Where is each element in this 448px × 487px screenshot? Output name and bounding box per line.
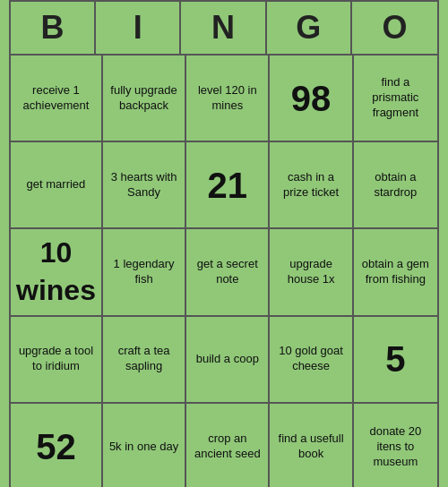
bingo-cell-20: 52 (11, 404, 103, 487)
bingo-letter-i: I (96, 2, 181, 54)
bingo-cell-22: crop an ancient seed (186, 404, 270, 487)
bingo-cell-23: find a usefull book (270, 404, 353, 487)
bingo-grid: receive 1 achievementfully upgrade backp… (11, 56, 437, 487)
bingo-cell-13: upgrade house 1x (270, 229, 353, 316)
bingo-header: BINGO (11, 2, 437, 56)
bingo-cell-8: cash in a prize ticket (270, 142, 353, 229)
bingo-cell-12: get a secret note (186, 229, 270, 316)
bingo-card: BINGO receive 1 achievementfully upgrade… (9, 0, 439, 487)
bingo-cell-3: 98 (270, 56, 353, 142)
bingo-cell-6: 3 hearts with Sandy (103, 142, 186, 229)
bingo-cell-11: 1 legendary fish (103, 229, 186, 316)
bingo-cell-1: fully upgrade backpack (103, 56, 186, 142)
bingo-letter-g: G (267, 2, 352, 54)
bingo-cell-4: find a prismatic fragment (354, 56, 437, 142)
bingo-letter-n: N (181, 2, 266, 54)
bingo-cell-17: build a coop (186, 317, 270, 404)
bingo-cell-9: obtain a stardrop (354, 142, 437, 229)
bingo-letter-o: O (352, 2, 437, 54)
bingo-cell-5: get married (11, 142, 103, 229)
bingo-letter-b: B (11, 2, 96, 54)
bingo-cell-19: 5 (354, 317, 437, 404)
bingo-cell-18: 10 gold goat cheese (270, 317, 353, 404)
bingo-cell-10: 10 wines (11, 229, 103, 316)
bingo-cell-15: upgrade a tool to iridium (11, 317, 103, 404)
bingo-cell-0: receive 1 achievement (11, 56, 103, 142)
bingo-cell-2: level 120 in mines (186, 56, 270, 142)
bingo-cell-21: 5k in one day (103, 404, 186, 487)
bingo-cell-14: obtain a gem from fishing (354, 229, 437, 316)
bingo-cell-7: 21 (186, 142, 270, 229)
bingo-cell-24: donate 20 itens to museum (354, 404, 437, 487)
bingo-cell-16: craft a tea sapling (103, 317, 186, 404)
